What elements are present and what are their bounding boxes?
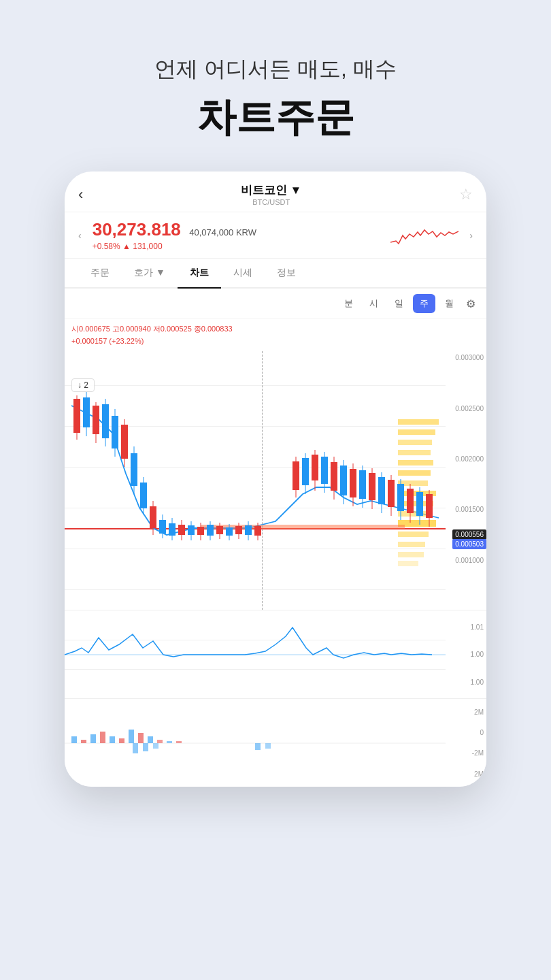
svg-rect-5: [398, 470, 431, 476]
svg-rect-93: [119, 738, 124, 743]
svg-rect-55: [254, 526, 261, 536]
svg-rect-102: [153, 743, 158, 749]
tab-orderbook[interactable]: 호가 ▼: [122, 259, 178, 287]
price-main: 30,273.818: [93, 219, 181, 240]
y-label-5: 0.001000: [446, 557, 484, 564]
svg-rect-11: [398, 532, 429, 537]
vol-label-neg2m: -2M: [446, 749, 484, 757]
svg-rect-89: [81, 740, 86, 743]
price-row: ‹ 30,273.818 40,074,000 KRW +0.58% ▲ 131…: [65, 212, 486, 259]
sub-chart-svg: [65, 610, 446, 698]
chart-info-line2: +0.000157 (+23.22%): [71, 337, 144, 345]
subtitle: 언제 어디서든 매도, 매수: [0, 54, 551, 84]
period-bar: 분 시 일 주 월 ⚙: [65, 289, 486, 319]
svg-rect-69: [350, 469, 356, 497]
svg-rect-88: [71, 736, 77, 743]
svg-rect-14: [398, 561, 418, 566]
svg-rect-97: [157, 740, 163, 743]
svg-rect-104: [265, 743, 271, 749]
tab-price[interactable]: 시세: [221, 259, 265, 287]
svg-rect-41: [188, 525, 195, 535]
svg-rect-17: [73, 399, 80, 433]
svg-rect-45: [207, 525, 214, 536]
svg-rect-3: [398, 450, 431, 455]
vol-label-2m-top: 2M: [446, 708, 484, 716]
svg-rect-47: [216, 526, 223, 534]
svg-rect-23: [102, 404, 109, 438]
price-badge-blue: 0.000503: [452, 539, 486, 549]
svg-rect-35: [159, 520, 166, 534]
svg-rect-21: [93, 406, 99, 434]
volume-y-axis: 2M 0 -2M 2M: [446, 699, 484, 787]
svg-rect-39: [178, 525, 185, 535]
price-right-arrow[interactable]: ›: [469, 230, 473, 241]
indicator-label[interactable]: ↓ 2: [71, 378, 95, 392]
y-label-2: 0.002500: [446, 405, 484, 412]
svg-rect-77: [388, 480, 395, 507]
svg-rect-59: [302, 458, 309, 485]
svg-rect-1: [398, 429, 435, 435]
volume-svg: [65, 699, 446, 787]
svg-rect-2: [398, 440, 432, 445]
coin-title: 비트코인 ▼ BTC/USDT: [241, 182, 302, 206]
period-week[interactable]: 주: [413, 294, 435, 313]
chart-info-line1: 시0.000675 고0.000940 저0.000525 종0.000833: [71, 325, 233, 333]
coin-name[interactable]: 비트코인 ▼: [241, 182, 302, 198]
svg-rect-51: [235, 526, 242, 534]
sub-label-3: 1.00: [446, 679, 484, 686]
svg-rect-90: [90, 734, 96, 743]
svg-rect-67: [340, 466, 347, 495]
svg-rect-100: [133, 743, 138, 753]
svg-rect-49: [226, 527, 233, 536]
svg-rect-81: [407, 489, 414, 513]
svg-rect-101: [143, 743, 148, 751]
sub-label-1: 1.01: [446, 623, 484, 631]
star-button[interactable]: ☆: [459, 186, 473, 203]
svg-rect-61: [312, 455, 318, 480]
vol-label-2m-bot: 2M: [446, 770, 484, 778]
tab-chart[interactable]: 차트: [178, 259, 221, 287]
svg-rect-79: [397, 484, 404, 511]
main-chart-area: 0.003000 0.002500 0.002000 0.001500 0.00…: [65, 351, 486, 610]
svg-rect-0: [398, 419, 439, 425]
coin-pair: BTC/USDT: [241, 198, 302, 206]
candlestick-chart: [65, 351, 446, 610]
tab-info[interactable]: 정보: [265, 259, 308, 287]
volume-area: 2M 0 -2M 2M: [65, 698, 486, 787]
price-change: +0.58% ▲ 131,000: [93, 242, 380, 251]
svg-rect-85: [426, 494, 433, 518]
period-min[interactable]: 분: [337, 294, 360, 313]
tab-order[interactable]: 주문: [78, 259, 122, 287]
y-axis: 0.003000 0.002500 0.002000 0.001500 0.00…: [446, 351, 484, 610]
settings-icon[interactable]: ⚙: [466, 297, 475, 310]
svg-rect-99: [176, 741, 182, 743]
y-label-4: 0.001500: [446, 506, 484, 513]
svg-rect-33: [150, 506, 156, 528]
svg-rect-96: [148, 736, 153, 743]
svg-rect-75: [378, 477, 385, 504]
svg-rect-29: [131, 453, 137, 486]
phone-container: ‹ 비트코인 ▼ BTC/USDT ☆ ‹ 30,273.818 40,074,…: [65, 172, 486, 787]
svg-rect-53: [245, 525, 252, 535]
vol-label-0: 0: [446, 729, 484, 736]
price-krw: 40,074,000 KRW: [189, 227, 256, 238]
period-day[interactable]: 일: [388, 294, 410, 313]
period-hour[interactable]: 시: [363, 294, 385, 313]
svg-rect-98: [167, 741, 172, 743]
svg-rect-83: [416, 492, 423, 516]
price-left-arrow[interactable]: ‹: [78, 230, 82, 241]
svg-rect-73: [369, 473, 375, 500]
back-button[interactable]: ‹: [78, 186, 83, 203]
svg-rect-71: [359, 470, 366, 499]
svg-rect-94: [129, 730, 134, 743]
svg-rect-95: [138, 733, 144, 743]
svg-rect-4: [398, 460, 433, 466]
svg-rect-25: [112, 416, 118, 448]
y-label-3: 0.002000: [446, 455, 484, 463]
chart-info-row: 시0.000675 고0.000940 저0.000525 종0.000833 …: [65, 319, 486, 351]
app-header: ‹ 비트코인 ▼ BTC/USDT ☆: [65, 172, 486, 212]
tab-row: 주문 호가 ▼ 차트 시세 정보: [65, 259, 486, 289]
period-month[interactable]: 월: [438, 294, 461, 313]
svg-rect-43: [197, 527, 204, 535]
svg-rect-13: [398, 552, 424, 557]
